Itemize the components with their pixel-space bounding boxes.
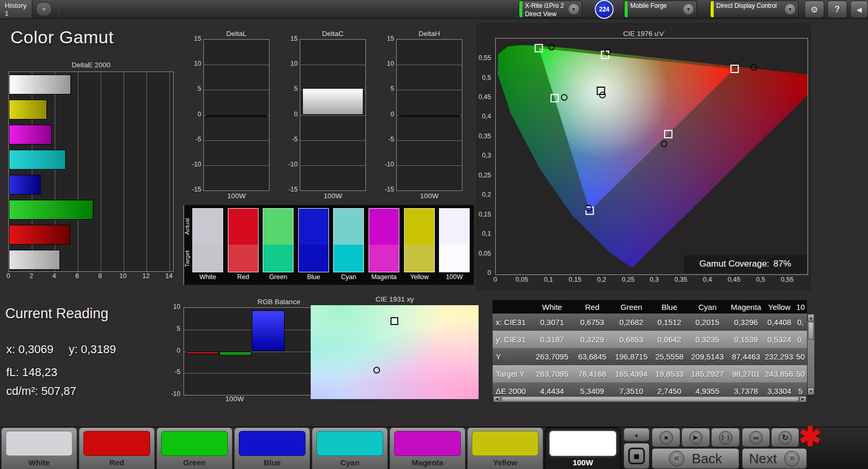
deltaH-y-tick: -15 [377,186,394,193]
table-vertical-scrollbar[interactable]: ▲▼ [807,314,815,395]
collapse-panel-button[interactable]: ◀ [850,1,868,18]
meter-count-badge[interactable]: 224 [595,0,614,19]
table-cell: 165,4394 [612,369,651,378]
cie1976-x-tick: 0,5 [749,276,773,283]
stop-icon: ■ [659,431,673,444]
cie1976-x-tick: 0,3 [642,276,666,283]
add-tab-button[interactable]: + [36,2,52,16]
actual-swatch-green [263,209,293,245]
scroll-down-arrow[interactable]: ▼ [808,388,814,395]
scroll-thumb[interactable] [501,396,799,402]
table-cell: 50 [794,352,807,361]
back-button[interactable]: « Back [652,448,739,469]
deltae-bar-green [9,200,93,220]
rgb-balance-x-label: 100W [184,395,286,403]
table-horizontal-scrollbar[interactable]: ◀▶ [493,395,807,403]
read-range-button[interactable]: [··] [711,428,740,447]
swatch-label-white: White [192,273,223,281]
pattern-button-label: Yellow [468,458,543,467]
swatch-column-cyan [333,208,364,272]
chevrons-right-icon: » [784,451,800,466]
next-button[interactable]: Next » [742,448,807,469]
rgb-balance-y-tick: 5 [162,325,180,332]
chevron-down-icon: ▼ [682,3,694,15]
table-cell: 232,2933 [765,352,794,361]
meter-dropdown[interactable]: X-Rite i1Pro 2 Direct View ▼ [519,1,582,18]
table-cell: 0,3229 [573,335,612,344]
table-cell: 3,7378 [727,387,765,395]
grid-line [300,115,365,116]
gear-icon: ⚙ [811,5,818,15]
deltae-x-tick: 12 [141,272,151,280]
deltae2000-chart-title: DeltaE 2000 [8,61,174,69]
chevron-down-icon: ▼ [784,3,796,15]
deltae-bar-white [9,250,60,270]
continuous-read-button[interactable]: ∞ [742,428,770,447]
source-dropdown[interactable]: Mobile Forge ▼ [624,1,697,18]
cie1976-x-tick: 0,45 [722,276,746,283]
table-cell: 3,3304 [765,387,794,395]
scroll-left-arrow[interactable]: ◀ [493,396,500,402]
table-row-y: Y263,709563,6845196,871525,5558209,51438… [493,348,807,365]
scroll-thumb[interactable] [808,322,814,340]
pattern-button-green[interactable]: Green [156,427,233,469]
range-bracket-icon: [··] [719,431,732,444]
tab-history-1[interactable]: History 1 [0,0,32,18]
infinity-icon: ∞ [749,431,763,444]
scroll-right-arrow[interactable]: ▶ [799,396,806,402]
cie1976-x-tick: 0,35 [669,276,693,283]
deltal-x-label: 100W [203,192,270,200]
table-header-Green: Green [612,303,651,311]
help-button[interactable]: ? [827,1,847,18]
table-cell: 263,7095 [531,352,573,361]
pattern-window-button[interactable]: ■ [624,443,650,469]
table-cell: 4,4434 [531,387,573,395]
pattern-button-label: Red [79,458,154,467]
pattern-list-up-button[interactable]: ▲ [624,428,650,441]
deltaH-y-tick: -10 [377,161,394,168]
tab-separator [58,0,59,18]
target-swatch-magenta [369,245,399,272]
page-title: Color Gamut [10,27,114,47]
stop-button[interactable]: ■ [652,428,680,447]
deltae-bar-yellow [9,100,47,119]
cie1976-x-tick: 0,1 [536,276,560,283]
swatch-label-yellow: Yellow [404,273,435,281]
pattern-button-cyan[interactable]: Cyan [312,427,388,469]
rgb-balance-bar-green [219,352,251,356]
table-row-target-y: Target Y263,709578,4168165,439419,853318… [493,365,807,382]
refresh-button[interactable]: ↻ [771,428,799,447]
table-cell: 2,7450 [651,387,688,395]
pattern-button-label: 100W [545,458,620,467]
table-cell: 0,6853 [612,335,651,344]
cie1976-y-tick: 0,5 [464,74,491,81]
grid-line [204,140,269,141]
target-swatch-blue [299,245,328,272]
refresh-icon: ↻ [778,431,792,444]
target-swatch-green [263,245,293,272]
actual-swatch-white [193,209,223,245]
pattern-button-label: White [2,458,77,467]
rgb-balance-y-tick: -5 [162,368,180,376]
display-control-dropdown[interactable]: Direct Display Control ▼ [710,1,799,18]
source-dropdown-label: Mobile Forge [628,1,682,17]
pattern-button-yellow[interactable]: Yellow [467,427,543,469]
cie1976-x-tick: 0,2 [590,276,614,283]
cie1976-y-tick: 0,1 [464,230,491,237]
play-button[interactable]: ▶ [681,428,710,447]
pattern-button-100w[interactable]: 100W [545,427,621,469]
pattern-button-white[interactable]: White [1,427,77,469]
deltae-x-tick: 4 [49,272,59,280]
deltaL-bar [206,115,267,117]
table-header-row: WhiteRedGreenBlueCyanMagentaYellow10 [493,300,807,314]
settings-button[interactable]: ⚙ [804,1,824,18]
cie1976-x-tick: 0,25 [616,276,640,283]
target-row-label: Target [184,245,192,272]
scroll-up-arrow[interactable]: ▲ [808,314,814,321]
pattern-button-red[interactable]: Red [79,427,155,469]
pattern-button-magenta[interactable]: Magenta [389,427,466,469]
deltae-bar-cyan [9,150,66,170]
deltac-x-label: 100W [300,192,366,200]
pattern-button-blue[interactable]: Blue [234,427,310,469]
cie1976-y-tick: 0,15 [464,211,491,218]
